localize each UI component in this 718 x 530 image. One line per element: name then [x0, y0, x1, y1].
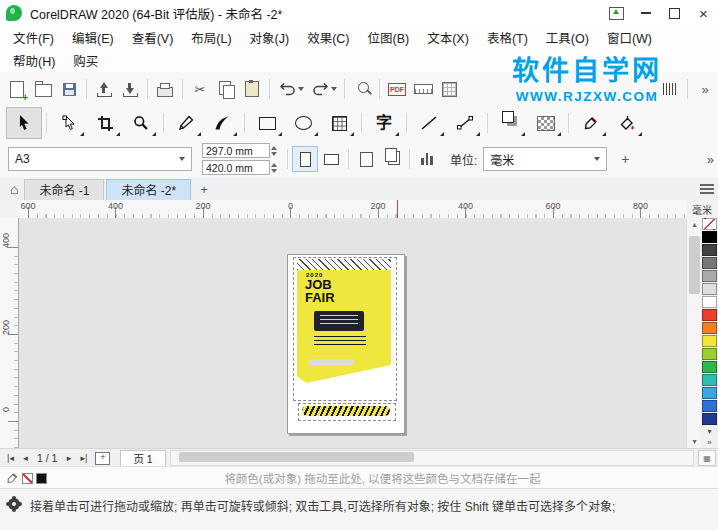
menu-item-4[interactable]: 布局(L) [182, 25, 240, 50]
poster-stripe-block[interactable] [314, 334, 366, 345]
current-page-button[interactable] [353, 146, 379, 172]
menu-item-9[interactable]: 表格(T) [478, 25, 537, 50]
update-button[interactable] [602, 0, 631, 26]
next-page-button[interactable]: ▸ [61, 450, 76, 466]
poster-hatch-band[interactable] [297, 259, 391, 270]
freehand-tool[interactable] [168, 107, 204, 139]
crop-tool[interactable] [87, 107, 123, 139]
palette-scroll-down-button[interactable]: ▾ [701, 426, 718, 437]
palette-swatch[interactable] [702, 400, 717, 412]
menu-item-1[interactable]: 文件(F) [4, 25, 63, 50]
connector-tool[interactable] [447, 107, 483, 139]
propbar-add-button[interactable]: + [621, 151, 629, 167]
menu-item-7[interactable]: 位图(B) [359, 25, 419, 50]
undo-button[interactable] [274, 76, 300, 102]
publish-pdf-button[interactable]: PDF [384, 76, 410, 102]
portrait-button[interactable] [292, 146, 318, 172]
menu-item-2[interactable]: 编辑(E) [63, 25, 123, 50]
barcode-wizard-button[interactable] [657, 76, 683, 102]
palette-swatch[interactable] [702, 387, 717, 399]
show-rulers-button[interactable] [410, 76, 436, 102]
transparency-tool[interactable] [528, 107, 564, 139]
color-eyedropper-tool[interactable] [573, 107, 609, 139]
last-page-button[interactable]: ▸| [76, 450, 91, 466]
menu-item-11[interactable]: 窗口(W) [598, 25, 661, 50]
new-document-button[interactable] [4, 76, 30, 102]
vertical-scroll-thumb[interactable] [689, 236, 700, 294]
horizontal-scrollbar[interactable] [170, 450, 694, 466]
page-1-tab[interactable]: 页 1 [120, 450, 165, 467]
first-page-button[interactable]: |◂ [3, 450, 18, 466]
vertical-ruler[interactable]: 4002000 [0, 218, 19, 448]
search-button[interactable] [349, 76, 375, 102]
palette-swatch[interactable] [702, 348, 717, 360]
menu-item-6[interactable]: 效果(C) [298, 25, 358, 50]
minimize-button[interactable] [631, 0, 660, 26]
home-icon[interactable]: ⌂ [4, 181, 24, 197]
scroll-up-button[interactable]: ▴ [687, 218, 702, 231]
eyedropper-small-icon[interactable] [6, 471, 19, 485]
propbar-overflow-chevron[interactable]: » [707, 152, 714, 167]
add-page-button[interactable]: + [95, 452, 110, 465]
rectangle-tool[interactable] [249, 107, 285, 139]
maximize-button[interactable] [660, 0, 689, 26]
poster-yellow-shape[interactable]: 2020 JOB FAIR [297, 270, 391, 383]
width-spinner[interactable] [271, 146, 277, 156]
menu-item-10[interactable]: 工具(O) [537, 25, 598, 50]
palette-swatch[interactable] [702, 374, 717, 386]
page-height-input[interactable]: 420.0 mm [202, 160, 270, 175]
view-navigator-button[interactable]: ▦ [698, 450, 716, 466]
units-select[interactable]: 毫米 [483, 147, 607, 171]
menu-item-8[interactable]: 文本(X) [418, 25, 478, 50]
redo-button[interactable] [307, 76, 333, 102]
height-spinner[interactable] [271, 163, 277, 173]
multipage-view-button[interactable] [414, 146, 440, 172]
toolbar-overflow-button[interactable]: » [692, 76, 718, 102]
no-color-indicator[interactable] [22, 473, 33, 484]
palette-swatch[interactable] [702, 244, 717, 256]
palette-swatch[interactable] [702, 283, 717, 295]
palette-swatch[interactable] [702, 270, 717, 282]
palette-flyout-button[interactable]: » [701, 437, 718, 448]
zoom-tool[interactable] [123, 107, 159, 139]
ellipse-tool[interactable] [285, 107, 321, 139]
drawing-canvas[interactable]: 2020 JOB FAIR [19, 218, 686, 448]
poster-gray-bar[interactable] [308, 359, 354, 365]
vertical-scrollbar[interactable]: ▴ ▾ [686, 218, 702, 448]
no-color-swatch[interactable] [702, 218, 717, 230]
shape-tool[interactable] [51, 107, 87, 139]
palette-swatch[interactable] [702, 257, 717, 269]
palette-swatch[interactable] [702, 361, 717, 373]
poster-bottom-stripe-bar[interactable] [302, 406, 390, 416]
save-button[interactable] [56, 76, 82, 102]
palette-swatch[interactable] [702, 296, 717, 308]
horizontal-scroll-thumb[interactable] [179, 452, 414, 462]
cut-button[interactable]: ✂ [187, 76, 213, 102]
palette-swatch[interactable] [702, 335, 717, 347]
close-button[interactable]: × [689, 0, 718, 26]
menu-item-5[interactable]: 对象(J) [241, 25, 299, 50]
menu-item-row2-2[interactable]: 购买 [64, 48, 107, 73]
menu-item-3[interactable]: 查看(V) [123, 25, 183, 50]
scroll-down-button[interactable]: ▾ [687, 435, 702, 448]
menu-item-row2-1[interactable]: 帮助(H) [4, 48, 64, 73]
all-pages-button[interactable] [379, 146, 405, 172]
black-color-indicator[interactable] [36, 473, 47, 484]
palette-swatch[interactable] [702, 413, 717, 425]
artistic-media-tool[interactable] [204, 107, 240, 139]
tab-untitled-1[interactable]: 未命名 -1 [24, 179, 104, 200]
document-page[interactable]: 2020 JOB FAIR [287, 254, 405, 434]
open-button[interactable] [30, 76, 56, 102]
new-tab-button[interactable]: + [193, 182, 215, 197]
export-button[interactable] [117, 76, 143, 102]
paste-button[interactable] [239, 76, 265, 102]
tab-list-icon[interactable] [700, 184, 714, 194]
palette-swatch[interactable] [702, 322, 717, 334]
page-width-input[interactable]: 297.0 mm [202, 143, 270, 158]
text-tool[interactable]: 字 [366, 107, 402, 139]
copy-button[interactable] [213, 76, 239, 102]
palette-swatch[interactable] [702, 309, 717, 321]
interactive-fill-tool[interactable] [609, 107, 645, 139]
graph-paper-tool[interactable] [321, 107, 357, 139]
landscape-button[interactable] [318, 146, 344, 172]
